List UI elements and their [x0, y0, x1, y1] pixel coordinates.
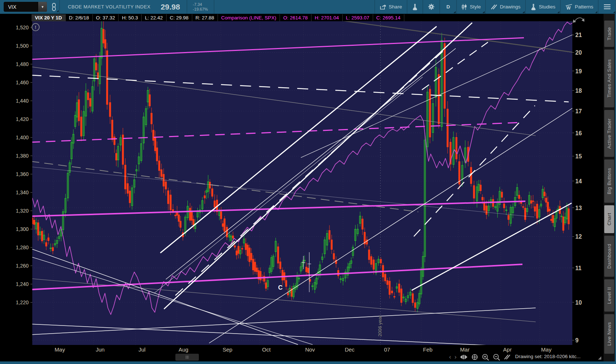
sidebar-tab-dashboard[interactable]: Dashboard	[604, 236, 614, 277]
ohlc-field-3: L: 22.42	[142, 14, 167, 21]
patterns-icon: W	[565, 4, 572, 10]
zoom-out-icon[interactable]	[493, 353, 500, 361]
sidebar-tab-level-ii[interactable]: Level II	[604, 279, 614, 312]
svg-text:W: W	[566, 5, 571, 10]
time-axis[interactable]: MayJunJulAugSepOctNovDec07FebMarAprMay	[55, 346, 552, 353]
comparison-field-0: O: 2614.78	[280, 14, 311, 21]
toolbar-divider	[214, 0, 214, 14]
sidebar-tab-big-buttons[interactable]: Big Buttons	[604, 159, 614, 203]
share-icon	[380, 4, 386, 10]
drawings-label: Drawings	[500, 4, 520, 10]
symbol-value[interactable]: VIX	[4, 4, 38, 10]
ohlc-field-0: D: 2/6/18	[66, 14, 93, 21]
link-icon	[51, 3, 57, 11]
plot-background	[32, 21, 572, 345]
drawing-set-label[interactable]: Drawing set: 2018-0206 kitc...	[515, 354, 581, 359]
right-axis-label: 10	[575, 299, 582, 306]
right-axis-label: 20	[575, 49, 582, 56]
share-button[interactable]: Share	[375, 0, 407, 14]
price-change-block: -7.34 -19.67%	[187, 2, 214, 12]
chart-status-bar: ‹ › Drawing set: 2018-0206 kitc...	[0, 353, 604, 361]
left-axis-label: 1,380	[16, 153, 29, 159]
chart-symbol-timeframe[interactable]: VIX 20 Y 1D	[32, 14, 66, 21]
link-symbol-button[interactable]	[48, 1, 59, 13]
c-label-annotation: C	[278, 284, 283, 291]
reset-scale-icon[interactable]	[575, 18, 583, 22]
month-label: Mar	[460, 346, 470, 353]
symbol-description: CBOE MARKET VOLATILITY INDEX	[60, 4, 160, 10]
month-label: May	[55, 346, 65, 353]
drawings-button[interactable]: Drawings	[486, 0, 525, 14]
comparison-field-1: H: 2701.04	[311, 14, 343, 21]
ohlc-field-1: O: 37.32	[93, 14, 119, 21]
right-axis-label: 19	[575, 68, 582, 74]
left-axis-label: 1,280	[16, 244, 29, 250]
right-axis-label: 14	[575, 178, 582, 184]
left-axis-label: 1,460	[16, 80, 29, 85]
studies-button[interactable]: Studies	[526, 0, 560, 14]
month-label: Aug	[179, 346, 189, 353]
scrollbar-grip[interactable]	[175, 354, 199, 361]
info-icon-glyph: !	[35, 25, 36, 30]
pan-icon[interactable]	[471, 353, 478, 361]
right-price-axis[interactable]: 2120191817161514131211109	[572, 32, 582, 343]
month-label: Oct	[262, 346, 271, 353]
left-axis-label: 1,520	[16, 25, 29, 30]
settings-button[interactable]	[423, 0, 440, 14]
window-edge-bottom	[0, 361, 616, 364]
hamburger-menu-icon	[604, 4, 611, 10]
right-axis-label: 16	[575, 130, 582, 136]
share-label: Share	[389, 4, 402, 10]
left-price-axis[interactable]: 1,5201,5001,4801,4601,4401,4201,4001,380…	[16, 25, 32, 305]
patterns-button[interactable]: W Patterns	[561, 0, 598, 14]
ohlc-header: VIX 20 Y 1DD: 2/6/18O: 37.32H: 50.3L: 22…	[32, 14, 404, 21]
right-axis-label: 11	[575, 265, 582, 271]
studies-caret-icon	[557, 11, 559, 13]
timeframe-caret-icon	[453, 11, 456, 13]
month-label: Dec	[345, 346, 355, 353]
left-axis-label: 1,220	[16, 299, 29, 305]
zoom-in-icon[interactable]	[482, 353, 489, 361]
patterns-label: Patterns	[575, 4, 593, 10]
comparison-label[interactable]: Comparison (LINE, SPX)	[218, 14, 280, 21]
symbol-dropdown-button[interactable]: ▼	[38, 2, 47, 12]
chart-menu-button[interactable]	[598, 0, 616, 14]
left-axis-label: 1,440	[16, 98, 29, 104]
right-axis-label: 17	[575, 108, 582, 114]
style-button[interactable]: Style	[457, 0, 485, 14]
patterns-caret-icon	[595, 11, 597, 13]
month-label: Nov	[305, 346, 315, 353]
left-axis-label: 1,360	[16, 171, 29, 177]
left-axis-label: 1,420	[16, 116, 29, 122]
chart-canvas[interactable]: C2006 year!1,5201,5001,4801,4601,4401,42…	[0, 14, 604, 361]
sidebar-tab-times-and-sales[interactable]: Times And Sales	[604, 49, 614, 107]
right-axis-label: 18	[575, 88, 582, 94]
gear-icon	[428, 3, 435, 10]
comparison-field-2: L: 2593.07	[343, 14, 373, 21]
price-change-percent: -19.67%	[193, 7, 208, 12]
timeframe-button[interactable]: D	[440, 0, 457, 14]
sidebar-tab-active-trader[interactable]: Active Trader	[604, 110, 614, 157]
month-label: May	[541, 346, 552, 353]
ohlc-field-2: H: 50.3	[119, 14, 142, 21]
drawings-icon	[491, 4, 497, 10]
left-axis-label: 1,260	[16, 263, 29, 269]
sidebar-tab-trade[interactable]: Trade	[604, 21, 614, 47]
sidebar-tab-chart[interactable]: Chart	[604, 205, 614, 233]
scroll-right-icon[interactable]: ›	[455, 353, 457, 361]
sidebar-tab-live-news[interactable]: Live News	[604, 314, 614, 354]
menu-caret-icon	[613, 11, 615, 13]
left-axis-label: 1,480	[16, 61, 29, 67]
symbol-input[interactable]: VIX ▼	[4, 2, 47, 12]
studies-label: Studies	[539, 4, 555, 10]
drawings-quick-icon[interactable]	[504, 354, 510, 360]
month-label: Sep	[223, 346, 233, 353]
resize-corner-icon[interactable]	[598, 356, 601, 360]
month-label: Jul	[138, 346, 145, 353]
gadget-sidebar: TradeTimes And SalesActive TraderBig But…	[604, 14, 615, 361]
style-caret-icon	[482, 11, 485, 13]
snap-to-last-icon[interactable]	[460, 354, 468, 360]
ohlc-field-4: C: 29.98	[167, 14, 192, 21]
quick-study-button[interactable]	[407, 0, 423, 14]
scroll-left-icon[interactable]: ‹	[449, 353, 451, 361]
